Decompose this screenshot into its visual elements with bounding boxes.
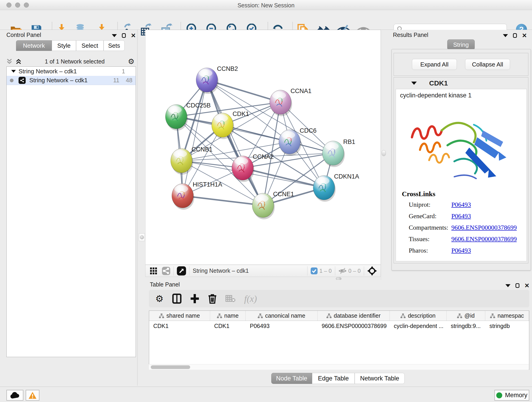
fit-content-crosshair-icon[interactable] [367,266,377,276]
delete-table-icon[interactable] [225,294,235,303]
crosslink-link[interactable]: 9606.ENSP00000378699 [451,235,517,243]
table-panel-title: Table Panel [150,281,180,288]
hidden-eye-slash-icon[interactable] [338,268,347,274]
function-builder-icon[interactable]: f(x) [244,293,257,304]
table-row[interactable]: CDK1CDK1P064939606.ENSP00000378699cyclin… [149,321,529,331]
table-horizontal-scrollbar[interactable] [149,364,529,370]
node-label-ccna1: CCNA1 [291,88,312,95]
column-header[interactable]: @id [447,311,485,321]
panel-menu-icon[interactable] [505,284,510,287]
table-cell[interactable]: 9606.ENSP00000378699 [317,321,390,331]
network-node-ccna2[interactable] [232,156,254,182]
network-node-ccna1[interactable] [270,90,292,116]
add-column-icon[interactable] [190,294,199,304]
panel-float-icon[interactable] [515,283,519,288]
tab-network[interactable]: Network [16,40,52,51]
selected-checkbox-icon[interactable] [311,268,317,274]
panel-splitter-handle[interactable] [139,233,145,241]
tab-node-table[interactable]: Node Table [271,373,312,384]
table-cell[interactable]: cyclin-dependent ... [390,321,447,331]
crosslink-link[interactable]: P06493 [451,212,471,220]
column-header[interactable]: name [210,311,246,321]
table-options-gear-icon[interactable]: ⚙ [155,293,164,304]
hidden-count-badge: 0 – 0 [348,268,361,274]
crosslink-link[interactable]: P06493 [451,201,471,208]
column-header[interactable]: database identifier [317,311,390,321]
collection-expand-icon[interactable] [11,70,16,73]
delete-column-trash-icon[interactable] [208,294,217,304]
network-node-ccne1[interactable] [252,193,275,219]
crosslink-link[interactable]: P06493 [451,247,471,254]
main-toolbar: ? [0,10,532,30]
table-cell[interactable]: P06493 [246,321,317,331]
node-label-cdc6: CDC6 [300,127,317,134]
cloud-button[interactable] [6,390,23,401]
toolbar-separator [189,266,190,275]
expand-all-button[interactable]: Expand All [412,59,457,70]
network-options-gear-icon[interactable]: ⚙ [128,57,134,66]
horizontal-splitter[interactable] [145,277,532,280]
expand-all-networks-icon[interactable] [16,58,22,65]
tab-sets[interactable]: Sets [104,40,125,51]
network-node-cdc6[interactable] [279,130,301,156]
scrollbar-thumb[interactable] [151,365,190,369]
collapse-all-networks-icon[interactable] [6,58,12,65]
panel-close-icon[interactable]: ✕ [522,32,527,38]
tab-network-table[interactable]: Network Table [355,373,405,384]
column-header[interactable]: canonical name [246,311,317,321]
panel-menu-icon[interactable] [112,34,117,37]
tab-style[interactable]: Style [52,40,76,51]
network-row[interactable]: String Network – cdk1 11 48 [7,76,136,85]
toolbar-separator [173,266,174,275]
table-cell[interactable]: stringdb [485,321,529,331]
table-cell[interactable]: stringdb:9... [447,321,485,331]
network-node-hist1h1a[interactable] [172,184,194,210]
network-node-cdkn1a[interactable] [313,176,336,202]
gene-description: cyclin-dependent kinase 1 [400,92,472,99]
warning-button[interactable] [26,390,39,401]
gene-collapse-icon[interactable] [411,82,417,85]
panel-menu-icon[interactable] [503,34,508,37]
table-cell[interactable]: CDK1 [149,321,210,331]
network-row-label: String Network – cdk1 [29,77,113,84]
panel-float-icon[interactable] [513,33,517,38]
results-splitter-handle[interactable] [382,150,386,156]
panel-close-icon[interactable]: ✕ [525,283,530,288]
collection-count: 1 [122,68,125,75]
network-node-cdc25b[interactable] [165,104,188,131]
network-node-ccnb2[interactable] [196,68,219,94]
tab-edge-table[interactable]: Edge Table [312,373,355,384]
network-edge[interactable] [183,196,263,205]
collapse-all-button[interactable]: Collapse All [465,59,510,70]
network-node-ccnb1[interactable] [171,148,193,175]
memory-button[interactable]: Memory [494,390,529,401]
birds-eye-view-icon[interactable] [177,266,186,275]
network-edge[interactable] [243,168,324,188]
network-selection-status: 1 of 1 Network selected [22,58,128,65]
network-canvas[interactable]: CCNB2CCNA1CDC25BCDK1CDC6RB1CCNB1CCNA2CDK… [145,30,381,265]
network-style-icon[interactable] [162,267,170,275]
grid-view-icon[interactable] [150,267,157,275]
network-view-title: String Network – cdk1 [193,268,249,274]
column-header[interactable]: description [390,311,447,321]
column-header[interactable]: shared name [149,311,210,321]
tab-select[interactable]: Select [76,40,104,51]
show-columns-icon[interactable] [172,294,181,304]
table-panel: Table Panel ✕ ⚙ f(x) shared namenamecano… [145,280,532,386]
crosslink-link[interactable]: 9606.ENSP00000378699 [451,224,517,231]
network-collection-row[interactable]: String Network – cdk1 1 [7,67,136,76]
gene-section-header[interactable]: CDK1 [394,77,528,89]
crosslink-row: GeneCard:P06493 [402,212,517,220]
network-node-rb1[interactable] [322,141,345,167]
tab-string[interactable]: String [447,39,475,50]
node-label-ccnb2: CCNB2 [217,65,238,72]
panel-close-icon[interactable]: ✕ [131,32,136,38]
column-header[interactable]: namespac [485,311,529,321]
collection-label: String Network – cdk1 [19,68,122,75]
memory-label: Memory [505,392,527,399]
table-tabs: Node Table Edge Table Network Table [271,373,405,384]
network-node-cdk1[interactable] [212,113,234,139]
table-cell[interactable]: CDK1 [210,321,246,331]
panel-float-icon[interactable] [122,33,126,38]
crosslink-label: Pharos: [409,247,451,254]
